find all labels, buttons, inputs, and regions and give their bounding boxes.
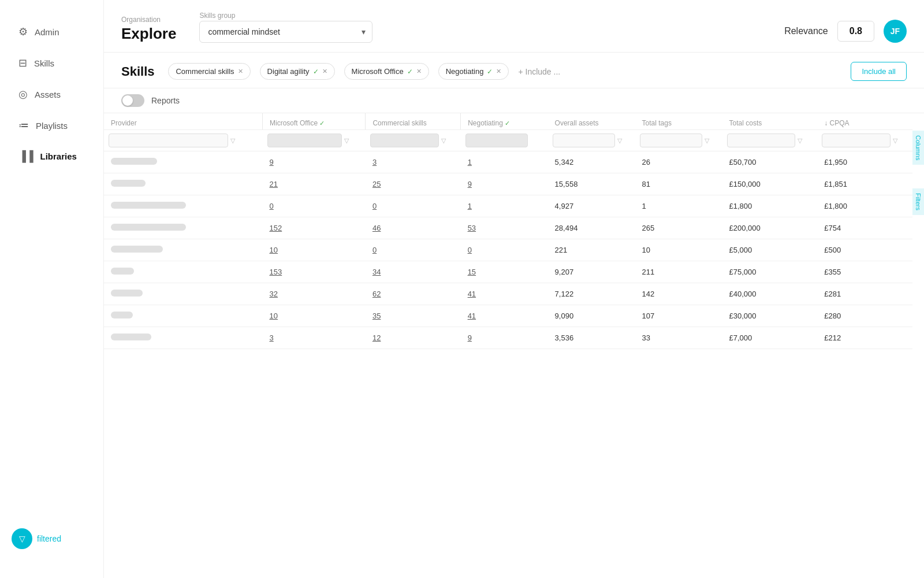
filter-input-ms-office[interactable] [267,134,342,147]
cell-commercial: 0 [366,239,461,261]
table-row: 3262417,122142£40,000£281 [104,283,912,305]
cell-overall: 7,122 [548,283,635,305]
sidebar-item-label: Skills [34,58,54,68]
link-negotiating[interactable]: 1 [468,202,472,210]
link-ms_office[interactable]: 152 [270,224,282,232]
remove-skill-icon[interactable]: ✕ [238,68,243,75]
filter-icon-tags[interactable]: ▽ [705,137,709,144]
cell-provider [104,173,263,195]
sidebar-item-libraries[interactable]: ▐▐ Libraries [5,143,99,169]
filter-icon-costs[interactable]: ▽ [798,137,802,144]
cell-overall: 15,558 [548,173,635,195]
remove-skill-icon[interactable]: ✕ [496,68,501,75]
sidebar-item-admin[interactable]: ⚙ Admin [5,18,99,45]
col-header-provider: Provider [104,113,263,130]
check-icon: ✓ [313,68,319,76]
filter-input-cpqa[interactable] [822,134,891,147]
link-negotiating[interactable]: 0 [468,246,472,254]
columns-side-label[interactable]: Columns [912,131,924,165]
library-icon: ▐▐ [18,150,33,162]
skill-tag-negotiating[interactable]: Negotiating ✓ ✕ [438,63,509,80]
skills-group-select[interactable]: commercial mindset [199,21,372,43]
link-commercial[interactable]: 3 [372,158,377,166]
header-org-section: Organisation Explore [121,16,176,43]
link-ms_office[interactable]: 0 [270,202,274,210]
filter-icon-ms-office[interactable]: ▽ [344,137,349,144]
filter-input-costs[interactable] [727,134,796,147]
cell-cpqa: £355 [817,261,912,283]
filter-input-commercial[interactable] [370,134,439,147]
skill-tag-digital[interactable]: Digital agility ✓ ✕ [260,63,335,80]
filter-input-overall[interactable] [553,134,615,147]
check-icon: ✓ [487,68,493,76]
filter-input-negotiating[interactable] [465,134,528,147]
org-label: Organisation [121,16,176,24]
sidebar-item-assets[interactable]: ◎ Assets [5,81,99,108]
filter-input-tags[interactable] [640,134,702,147]
filter-icon-commercial[interactable]: ▽ [441,137,446,144]
filtered-label: filtered [37,534,61,543]
link-ms_office[interactable]: 3 [270,334,274,342]
cell-tags: 107 [635,305,722,327]
filter-icon-overall[interactable]: ▽ [617,137,622,144]
cell-commercial: 34 [366,261,461,283]
sidebar-item-label: Assets [35,90,61,99]
skill-tag-commercial[interactable]: Commercial skills ✕ [168,63,250,80]
filtered-badge[interactable]: ▽ filtered [12,528,92,549]
reports-row: Reports [104,88,924,113]
link-ms_office[interactable]: 9 [270,158,274,166]
link-negotiating[interactable]: 15 [468,268,476,276]
link-commercial[interactable]: 35 [372,312,381,320]
link-commercial[interactable]: 46 [372,224,381,232]
sidebar-item-skills[interactable]: ⊟ Skills [5,50,99,76]
link-commercial[interactable]: 34 [372,268,381,276]
cell-costs: £40,000 [722,283,818,305]
link-ms_office[interactable]: 153 [270,268,282,276]
cell-ms_office: 21 [263,173,366,195]
link-ms_office[interactable]: 10 [270,246,278,254]
cell-negotiating: 53 [461,217,548,239]
cell-ms_office: 0 [263,195,366,217]
cell-costs: £150,000 [722,173,818,195]
filter-cell-negotiating [461,130,548,151]
link-negotiating[interactable]: 41 [468,290,476,298]
sliders-icon: ⊟ [18,57,27,69]
table-row: 9315,34226£50,700£1,950 [104,151,912,173]
table-container: Columns Filters Provider Microsoft Offic… [104,113,924,578]
link-commercial[interactable]: 62 [372,290,381,298]
link-commercial[interactable]: 12 [372,334,381,342]
col-header-cpqa: ↓ CPQA [817,113,912,130]
remove-skill-icon[interactable]: ✕ [322,68,327,75]
filter-icon-cpqa[interactable]: ▽ [893,137,897,144]
cell-tags: 81 [635,173,722,195]
link-ms_office[interactable]: 10 [270,312,278,320]
skill-tag-msoffice[interactable]: Microsoft Office ✓ ✕ [344,63,429,80]
link-negotiating[interactable]: 53 [468,224,476,232]
remove-skill-icon[interactable]: ✕ [416,68,422,75]
cell-provider [104,283,263,305]
skills-section: Skills Commercial skills ✕ Digital agili… [104,53,924,88]
link-ms_office[interactable]: 32 [270,290,278,298]
include-all-button[interactable]: Include all [851,62,907,81]
filter-cell-overall: ▽ [548,130,635,151]
link-negotiating[interactable]: 9 [468,334,472,342]
link-commercial[interactable]: 0 [372,246,377,254]
link-commercial[interactable]: 25 [372,180,381,188]
cell-commercial: 25 [366,173,461,195]
filter-icon-provider[interactable]: ▽ [230,137,235,144]
reports-toggle[interactable] [121,94,144,107]
cell-provider [104,151,263,173]
include-placeholder[interactable]: + Include ... [518,67,560,76]
sidebar-item-playlists[interactable]: ≔ Playlists [5,112,99,139]
filters-side-label[interactable]: Filters [912,188,924,215]
table-row: 152465328,494265£200,000£754 [104,217,912,239]
link-negotiating[interactable]: 41 [468,312,476,320]
table-row: 0014,9271£1,800£1,800 [104,195,912,217]
filter-input-provider[interactable] [109,134,228,147]
link-commercial[interactable]: 0 [372,202,377,210]
filter-cell-tags: ▽ [635,130,722,151]
link-negotiating[interactable]: 9 [468,180,472,188]
link-ms_office[interactable]: 21 [270,180,278,188]
link-negotiating[interactable]: 1 [468,158,472,166]
header-center: Skills group commercial mindset ▾ [199,12,761,43]
